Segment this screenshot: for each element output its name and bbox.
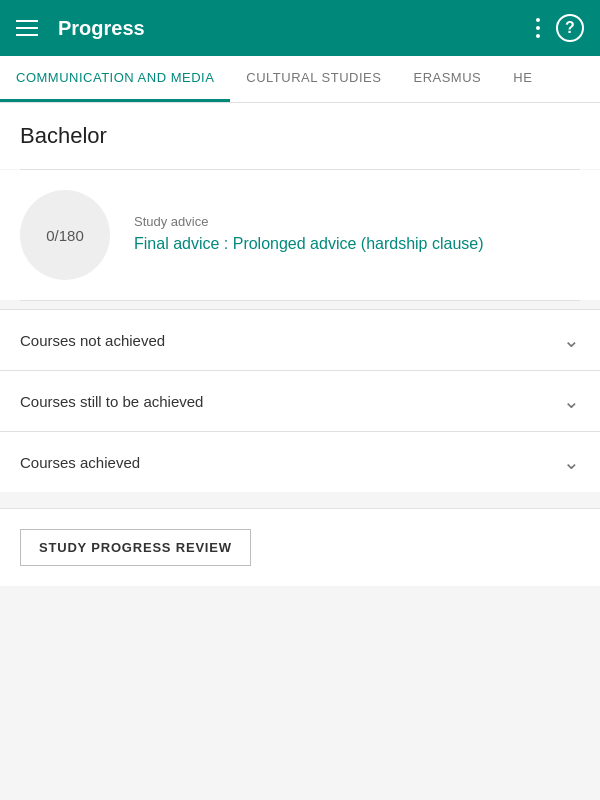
accordion-item-not-achieved[interactable]: Courses not achieved ⌄	[0, 310, 600, 371]
study-progress-review-button[interactable]: STUDY PROGRESS REVIEW	[20, 529, 251, 566]
section-title: Bachelor	[0, 103, 600, 169]
advice-card: 0/180 Study advice Final advice : Prolon…	[0, 170, 600, 300]
progress-circle: 0/180	[20, 190, 110, 280]
header-left: Progress	[16, 17, 145, 40]
gap	[0, 301, 600, 309]
more-options-button[interactable]	[532, 14, 544, 42]
header-right: ?	[532, 14, 584, 42]
svg-point-1	[536, 26, 540, 30]
accordion-label-still-to-achieve: Courses still to be achieved	[20, 393, 203, 410]
svg-point-0	[536, 18, 540, 22]
chevron-down-icon-achieved: ⌄	[563, 450, 580, 474]
tab-he[interactable]: HE	[497, 56, 548, 102]
hamburger-icon[interactable]	[16, 20, 38, 36]
advice-label: Study advice	[134, 214, 580, 229]
chevron-down-icon-still-to-achieve: ⌄	[563, 389, 580, 413]
accordion-item-achieved[interactable]: Courses achieved ⌄	[0, 432, 600, 492]
accordion-label-not-achieved: Courses not achieved	[20, 332, 165, 349]
page-title: Progress	[58, 17, 145, 40]
app-header: Progress ?	[0, 0, 600, 56]
tab-communication-and-media[interactable]: COMMUNICATION AND MEDIA	[0, 56, 230, 102]
gap-bottom	[0, 492, 600, 500]
tab-erasmus[interactable]: ERASMUS	[397, 56, 497, 102]
accordion-section: Courses not achieved ⌄ Courses still to …	[0, 309, 600, 492]
tab-cultural-studies[interactable]: CULTURAL STUDIES	[230, 56, 397, 102]
advice-content: Study advice Final advice : Prolonged ad…	[134, 214, 580, 255]
main-content: Bachelor 0/180 Study advice Final advice…	[0, 103, 600, 586]
accordion-item-still-to-achieve[interactable]: Courses still to be achieved ⌄	[0, 371, 600, 432]
svg-point-2	[536, 34, 540, 38]
chevron-down-icon-not-achieved: ⌄	[563, 328, 580, 352]
help-button[interactable]: ?	[556, 14, 584, 42]
tab-bar: COMMUNICATION AND MEDIA CULTURAL STUDIES…	[0, 56, 600, 103]
button-section: STUDY PROGRESS REVIEW	[0, 508, 600, 586]
accordion-label-achieved: Courses achieved	[20, 454, 140, 471]
advice-text: Final advice : Prolonged advice (hardshi…	[134, 233, 580, 255]
